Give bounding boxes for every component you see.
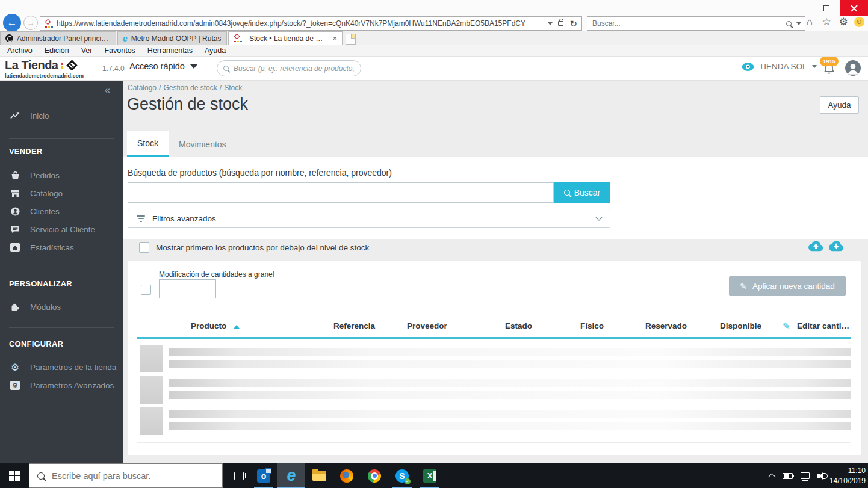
search-icon — [37, 472, 45, 480]
taskbar-chrome-button[interactable] — [361, 463, 388, 488]
back-button[interactable]: ← — [3, 14, 21, 32]
forward-button[interactable]: → — [23, 16, 38, 30]
shop-view-label: TIENDA SOL — [759, 62, 807, 71]
tray-expand-button[interactable] — [768, 473, 776, 481]
minimize-button[interactable] — [785, 0, 813, 16]
tab-title: Administrador Panel principal — [17, 34, 111, 43]
account-button[interactable] — [845, 60, 861, 76]
taskbar-ie-button[interactable]: e — [277, 463, 305, 488]
home-button[interactable]: ⌂ — [804, 17, 816, 27]
restore-button[interactable] — [813, 0, 840, 16]
sidebar-item-inicio[interactable]: Inicio — [0, 107, 123, 124]
tab-title: Metro Madrid OOPP | Rutas — [131, 34, 222, 43]
sidebar-item-parametros-tienda[interactable]: ⚙ Parámetros de la tienda — [0, 359, 123, 375]
chrome-icon — [368, 469, 381, 483]
admin-search-input[interactable] — [234, 64, 355, 73]
address-bar[interactable]: ↻ — [40, 16, 582, 31]
favorites-button[interactable]: ☆ — [820, 17, 832, 27]
url-dropdown-icon[interactable] — [548, 22, 553, 25]
menu-ayuda[interactable]: Ayuda — [205, 46, 226, 55]
search-icon[interactable] — [786, 21, 792, 26]
start-button[interactable] — [0, 463, 29, 488]
tab-movimientos[interactable]: Movimientos — [169, 131, 237, 157]
tab-stock-active[interactable]: Stock • La tienda de Sol de ... × — [228, 31, 343, 45]
smiley-icon[interactable]: ☺ — [854, 17, 864, 27]
menu-archivo[interactable]: Archivo — [7, 46, 33, 55]
shop-logo[interactable]: La Tienda latiendademetrodemadrid.com — [5, 58, 84, 79]
sidebar-item-parametros-avanzados[interactable]: ⚙ Parámetros Avanzados — [0, 377, 123, 394]
sidebar-item-pedidos[interactable]: Pedidos — [0, 167, 123, 184]
sidebar-item-label: Servicio al Cliente — [30, 225, 95, 234]
refresh-button[interactable]: ↻ — [569, 19, 577, 28]
browser-menubar: Archivo Edición Ver Favoritos Herramient… — [0, 45, 868, 57]
sidebar-item-clientes[interactable]: Clientes — [0, 203, 123, 220]
ie-favicon: e — [123, 34, 128, 43]
trending-up-icon — [10, 111, 20, 120]
menu-favoritos[interactable]: Favoritos — [104, 46, 135, 55]
sidebar-item-label: Parámetros de la tienda — [30, 363, 116, 372]
sidebar-item-catalogo[interactable]: Catálogo — [0, 185, 123, 202]
task-view-button[interactable] — [226, 463, 252, 488]
menu-edicion[interactable]: Edición — [45, 46, 69, 55]
version-label: 1.7.4.0 — [102, 64, 125, 73]
bulk-quantity-input[interactable] — [159, 279, 216, 298]
sidebar-item-label: Clientes — [30, 207, 60, 216]
admin-search-box[interactable] — [217, 60, 361, 76]
search-button[interactable]: Buscar — [554, 182, 610, 203]
sort-asc-icon[interactable] — [234, 325, 240, 329]
taskbar-explorer-button[interactable] — [305, 463, 333, 488]
export-cloud-download-button[interactable] — [829, 241, 844, 254]
menu-ver[interactable]: Ver — [81, 46, 93, 55]
shop-view-button[interactable]: TIENDA SOL — [742, 62, 817, 71]
url-input[interactable] — [57, 19, 548, 28]
battery-icon[interactable] — [783, 473, 793, 479]
taskbar-search-box[interactable] — [29, 463, 223, 488]
close-button[interactable] — [840, 0, 868, 16]
advanced-filters-label: Filtros avanzados — [152, 214, 216, 223]
product-search-input[interactable] — [128, 182, 554, 203]
tab-metro-madrid[interactable]: e Metro Madrid OOPP | Rutas — [117, 31, 227, 45]
taskbar-clock[interactable]: 11:10 14/10/2019 — [827, 466, 866, 486]
help-button[interactable]: Ayuda — [820, 96, 859, 114]
breadcrumb-stock[interactable]: Stock — [224, 84, 242, 92]
new-tab-button[interactable] — [346, 34, 356, 45]
taskbar-outlook-button[interactable]: o — [250, 463, 277, 488]
table-header-divider — [137, 337, 851, 339]
sidebar-section-personalizar: PERSONALIZAR — [9, 279, 72, 288]
sidebar-collapse-button[interactable]: « — [105, 84, 110, 96]
taskbar-excel-button[interactable]: X — [416, 463, 444, 488]
browser-search-input[interactable] — [592, 19, 786, 28]
person-icon — [845, 60, 861, 76]
sidebar-item-modulos[interactable]: Módulos — [0, 298, 123, 315]
apply-quantity-button[interactable]: ✎ Aplicar nueva cantidad — [729, 276, 846, 296]
eye-icon — [742, 63, 754, 71]
search-dropdown-icon[interactable] — [796, 22, 801, 25]
tab-admin-panel[interactable]: Administrador Panel principal — [0, 31, 116, 45]
sidebar-item-estadisticas[interactable]: Estadísticas — [0, 239, 123, 256]
windows-logo-icon — [9, 471, 20, 481]
chevron-down-icon — [190, 64, 197, 69]
low-stock-checkbox[interactable] — [139, 242, 149, 253]
import-cloud-upload-button[interactable] — [808, 241, 823, 254]
advanced-filters-toggle[interactable]: Filtros avanzados — [128, 209, 610, 228]
task-view-icon — [234, 472, 244, 480]
quick-access-button[interactable]: Acceso rápido — [129, 61, 197, 71]
loading-row — [140, 376, 851, 405]
tab-stock[interactable]: Stock — [127, 131, 169, 157]
taskbar-skype-button[interactable]: S — [388, 463, 416, 488]
tab-close-button[interactable]: × — [332, 34, 337, 43]
breadcrumb-gestion-stock[interactable]: Gestión de stock — [163, 84, 217, 92]
bulk-select-checkbox[interactable] — [141, 285, 151, 295]
taskbar-firefox-button[interactable] — [333, 463, 361, 488]
settings-button[interactable]: ⚙ — [837, 17, 849, 27]
column-header-producto[interactable]: Producto — [191, 321, 226, 330]
volume-icon[interactable] — [817, 472, 826, 480]
menu-herramientas[interactable]: Herramientas — [147, 46, 193, 55]
sidebar-item-servicio[interactable]: Servicio al Cliente — [0, 221, 123, 238]
browser-search-box[interactable] — [587, 16, 805, 31]
loading-row — [140, 407, 851, 436]
breadcrumb-catalogo[interactable]: Catálogo — [128, 84, 157, 92]
network-icon[interactable] — [801, 472, 810, 479]
taskbar-search-input[interactable] — [52, 471, 214, 481]
tab-title: Stock • La tienda de Sol de ... — [249, 34, 326, 43]
